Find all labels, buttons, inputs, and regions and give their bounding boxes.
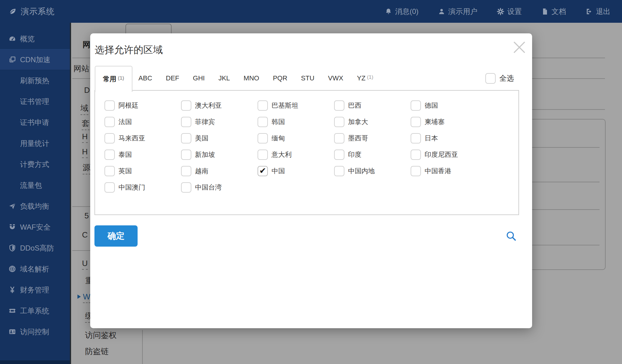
region-checkbox[interactable] xyxy=(334,150,344,160)
region-label: 美国 xyxy=(195,134,208,143)
region-label: 中国香港 xyxy=(425,167,451,176)
region-label: 中国 xyxy=(272,167,285,176)
tab-count-badge: (1) xyxy=(118,75,124,81)
region-option: 菲律宾 xyxy=(181,117,258,127)
letter-tab[interactable]: PQR xyxy=(273,66,289,91)
letter-tab[interactable]: MNO xyxy=(244,66,261,91)
region-checkbox[interactable] xyxy=(104,166,115,176)
region-checkbox[interactable] xyxy=(181,100,191,111)
region-checkbox[interactable] xyxy=(181,117,191,127)
close-icon[interactable] xyxy=(512,40,527,55)
sidebar-item[interactable]: 访问控制 xyxy=(0,321,70,342)
region-checkbox[interactable] xyxy=(258,100,268,111)
region-label: 墨西哥 xyxy=(348,134,368,143)
sidebar-item[interactable]: 计费方式 xyxy=(0,154,70,175)
region-option: 缅甸 xyxy=(258,133,334,143)
letter-tab[interactable]: GHI xyxy=(193,66,206,91)
region-checkbox[interactable] xyxy=(411,150,421,160)
sidebar-content-seam xyxy=(70,23,71,364)
sidebar-item[interactable]: 财务管理 xyxy=(0,279,70,300)
region-checkbox[interactable] xyxy=(104,117,115,127)
sidebar-item[interactable]: 概览 xyxy=(0,28,70,49)
topbar-item[interactable]: 退出 xyxy=(586,7,610,16)
sidebar-item[interactable]: 工单系统 xyxy=(0,300,70,321)
topbar-item[interactable]: 演示用户 xyxy=(438,7,477,16)
region-checkbox[interactable] xyxy=(104,133,115,143)
region-checkbox[interactable] xyxy=(104,100,115,111)
sidebar-item[interactable]: 刷新预热 xyxy=(0,70,70,91)
region-option: 中国台湾 xyxy=(181,182,258,193)
region-checkbox[interactable] xyxy=(181,133,191,143)
region-option: 柬埔寨 xyxy=(411,117,487,127)
region-checkbox[interactable] xyxy=(411,117,421,127)
sidebar-item-label: 刷新预热 xyxy=(20,76,49,86)
sidebar-item-label: 负载均衡 xyxy=(20,201,49,211)
sidebar-item-label: 证书申请 xyxy=(20,118,49,127)
sidebar: 概览 CDN加速 刷新预热 证书管理 证书申请 用量统计 计费方式 流量包 负载… xyxy=(0,23,70,364)
letter-tab[interactable]: DEF xyxy=(166,66,181,91)
region-checkbox[interactable] xyxy=(411,100,421,111)
sidebar-item[interactable]: 证书申请 xyxy=(0,112,70,133)
region-checkbox[interactable] xyxy=(258,150,268,160)
letter-tab[interactable]: YZ (1) xyxy=(357,66,373,91)
letter-tab[interactable]: 常用 (1) xyxy=(95,66,132,92)
region-checkbox[interactable] xyxy=(104,150,115,160)
region-option: 泰国 xyxy=(104,150,181,160)
confirm-button[interactable]: 确定 xyxy=(94,225,138,247)
logout-icon xyxy=(586,8,593,15)
region-label: 越南 xyxy=(195,167,208,176)
region-option: 中国香港 xyxy=(411,166,487,176)
region-checkbox[interactable] xyxy=(258,133,268,143)
region-checkbox[interactable] xyxy=(334,100,344,111)
region-option: 德国 xyxy=(411,100,487,111)
region-option: 越南 xyxy=(181,166,258,176)
region-checkbox[interactable] xyxy=(334,166,344,176)
region-checkbox[interactable] xyxy=(411,133,421,143)
sidebar-item[interactable]: 负载均衡 xyxy=(0,196,70,217)
sidebar-item-label: 访问控制 xyxy=(20,327,49,337)
sidebar-item-label: 工单系统 xyxy=(20,306,49,316)
sidebar-item-label: DDoS高防 xyxy=(20,243,54,253)
sidebar-item[interactable]: DDoS高防 xyxy=(0,238,70,258)
region-label: 意大利 xyxy=(272,150,292,159)
idcard-icon xyxy=(9,328,16,335)
region-checkbox[interactable] xyxy=(334,133,344,143)
letter-tab[interactable]: ABC xyxy=(138,66,154,91)
tab-count-badge: (1) xyxy=(367,74,373,80)
region-checkbox[interactable] xyxy=(181,182,191,193)
search-icon[interactable] xyxy=(506,231,517,241)
region-label: 菲律宾 xyxy=(195,117,215,126)
sidebar-item[interactable]: 用量统计 xyxy=(0,133,70,154)
region-option: 韩国 xyxy=(258,117,334,127)
region-option: 马来西亚 xyxy=(104,133,181,143)
topbar-item[interactable]: 文档 xyxy=(541,7,566,16)
region-option: 澳大利亚 xyxy=(181,100,258,111)
region-option: 巴西 xyxy=(334,100,411,111)
region-checkbox[interactable] xyxy=(181,166,191,176)
sidebar-item-label: WAF安全 xyxy=(20,222,50,232)
region-checkbox[interactable] xyxy=(258,117,268,127)
region-checkbox[interactable] xyxy=(104,182,115,193)
region-checkbox[interactable] xyxy=(334,117,344,127)
sidebar-footer xyxy=(0,360,70,364)
topbar-item[interactable]: 消息(0) xyxy=(385,7,419,16)
letter-tab[interactable]: JKL xyxy=(218,66,231,91)
sidebar-item[interactable]: 流量包 xyxy=(0,175,70,196)
region-label: 中国澳门 xyxy=(118,183,145,192)
region-option: 新加坡 xyxy=(181,150,258,160)
sidebar-item[interactable]: 证书管理 xyxy=(0,91,70,112)
region-checkbox[interactable] xyxy=(258,166,268,176)
region-label: 法国 xyxy=(118,117,132,126)
sidebar-item[interactable]: 域名解析 xyxy=(0,258,70,279)
letter-tab[interactable]: VWX xyxy=(328,66,345,91)
select-all-checkbox[interactable] xyxy=(485,73,496,84)
gauge-icon xyxy=(9,35,16,42)
globe-icon xyxy=(9,265,16,273)
region-label: 中国内地 xyxy=(348,167,375,176)
region-checkbox[interactable] xyxy=(181,150,191,160)
topbar-item[interactable]: 设置 xyxy=(497,7,522,16)
sidebar-item[interactable]: CDN加速 xyxy=(0,49,70,70)
sidebar-item[interactable]: WAF安全 xyxy=(0,217,70,238)
letter-tab[interactable]: STU xyxy=(301,66,316,91)
region-checkbox[interactable] xyxy=(411,166,421,176)
